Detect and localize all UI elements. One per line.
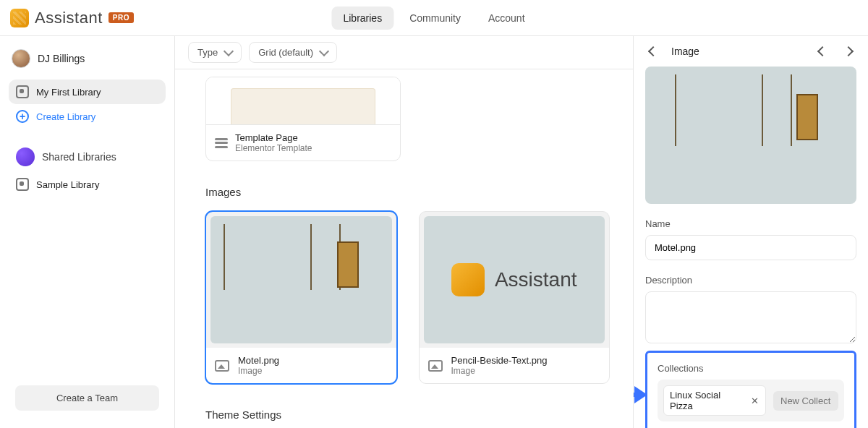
collection-tag-label: Linux Social Pizza	[670, 390, 744, 411]
image-icon	[428, 360, 443, 372]
image-title: Motel.png	[238, 355, 279, 366]
type-dropdown[interactable]: Type	[188, 42, 242, 63]
image-subtitle: Image	[238, 366, 279, 376]
app-logo: Assistant PRO	[10, 9, 134, 27]
sidebar-item-my-first-library[interactable]: My First Library	[9, 80, 166, 104]
shared-title: Shared Libraries	[42, 151, 116, 163]
detail-hero-image	[645, 67, 856, 204]
library-icon	[16, 85, 29, 98]
remove-tag-button[interactable]: ✕	[749, 395, 760, 406]
logo-icon	[451, 263, 485, 296]
collection-tag: Linux Social Pizza ✕	[663, 385, 766, 416]
main-content: Type Grid (default) Template Page Elemen…	[175, 36, 633, 428]
sidebar-item-label: Sample Library	[36, 179, 99, 190]
detail-title: Image	[671, 46, 699, 57]
sidebar-item-sample-library[interactable]: Sample Library	[9, 172, 166, 197]
name-input[interactable]	[645, 235, 856, 260]
type-label: Type	[197, 47, 218, 58]
plus-icon: +	[16, 110, 29, 123]
callout-arrow-icon	[634, 393, 640, 397]
pro-badge: PRO	[109, 12, 134, 23]
chevron-left-icon	[817, 46, 827, 56]
new-collection-input[interactable]	[773, 391, 838, 411]
tab-account[interactable]: Account	[477, 7, 537, 30]
shared-icon	[16, 147, 35, 166]
template-subtitle: Elementor Template	[235, 143, 312, 153]
prev-button[interactable]	[814, 43, 830, 59]
content-toolbar: Type Grid (default)	[175, 36, 633, 69]
create-library-button[interactable]: + Create Library	[9, 104, 166, 129]
chevron-down-icon	[319, 46, 329, 56]
detail-panel: Image Name Description Collections Linux…	[633, 36, 868, 428]
back-button[interactable]	[645, 43, 661, 59]
sidebar: DJ Billings My First Library + Create Li…	[0, 36, 175, 428]
create-team-button[interactable]: Create a Team	[15, 385, 160, 411]
image-thumb	[210, 216, 392, 343]
name-label: Name	[645, 218, 856, 229]
library-icon	[16, 178, 29, 191]
next-button[interactable]	[841, 43, 856, 59]
image-thumb: Assistant	[424, 216, 605, 343]
template-title: Template Page	[235, 132, 312, 143]
template-icon	[215, 138, 228, 148]
template-card[interactable]: Template Page Elementor Template	[205, 77, 401, 161]
top-nav: Libraries Community Account	[331, 7, 536, 30]
arrow-left-icon	[648, 46, 658, 56]
image-card-pencil[interactable]: Assistant Pencil-Beside-Text.png Image	[419, 211, 610, 384]
shared-libraries-header[interactable]: Shared Libraries	[9, 142, 166, 172]
description-input[interactable]	[645, 291, 856, 343]
user-block[interactable]: DJ Billings	[9, 46, 166, 80]
template-thumb	[206, 77, 400, 125]
image-subtitle: Image	[451, 366, 548, 376]
user-name: DJ Billings	[38, 53, 85, 64]
sidebar-item-label: My First Library	[36, 87, 101, 98]
section-theme-title: Theme Settings	[205, 408, 610, 421]
image-icon	[215, 360, 229, 372]
image-card-motel[interactable]: Motel.png Image	[205, 211, 397, 384]
description-label: Description	[645, 275, 856, 286]
tab-community[interactable]: Community	[398, 7, 472, 30]
collections-label: Collections	[658, 363, 844, 374]
tab-libraries[interactable]: Libraries	[331, 7, 393, 30]
brand-name: Assistant	[35, 9, 103, 27]
view-label: Grid (default)	[258, 47, 313, 58]
collections-field[interactable]: Linux Social Pizza ✕	[658, 380, 844, 421]
chevron-down-icon	[224, 46, 234, 56]
view-dropdown[interactable]: Grid (default)	[249, 42, 337, 63]
create-library-label: Create Library	[36, 111, 95, 122]
avatar	[12, 49, 30, 68]
chevron-right-icon	[843, 46, 854, 56]
section-images-title: Images	[205, 186, 610, 198]
image-title: Pencil-Beside-Text.png	[451, 355, 548, 366]
logo-icon	[10, 9, 29, 27]
brand-name: Assistant	[495, 268, 577, 291]
collections-callout: Collections Linux Social Pizza ✕	[645, 351, 856, 428]
